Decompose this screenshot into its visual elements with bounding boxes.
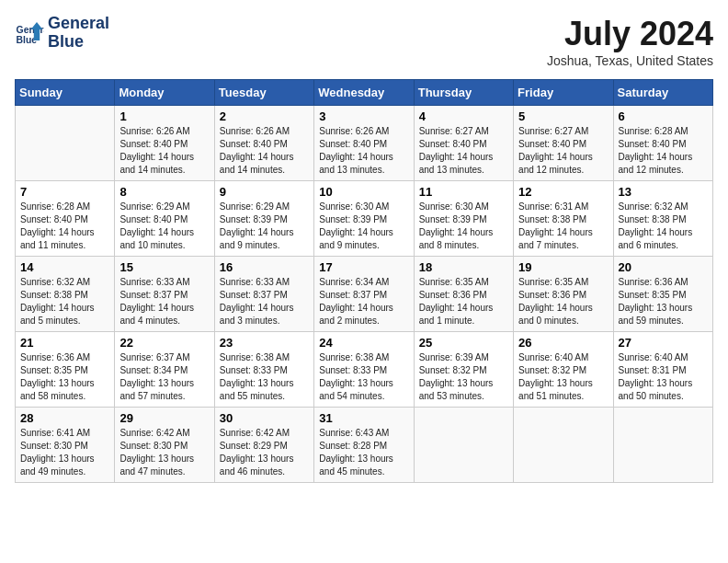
day-info: Sunrise: 6:36 AM Sunset: 8:35 PM Dayligh… [20,351,109,403]
day-info: Sunrise: 6:27 AM Sunset: 8:40 PM Dayligh… [419,125,508,177]
day-info: Sunrise: 6:35 AM Sunset: 8:36 PM Dayligh… [518,276,608,327]
day-number: 1 [119,109,209,123]
day-number: 17 [319,260,408,274]
day-info: Sunrise: 6:37 AM Sunset: 8:34 PM Dayligh… [119,351,209,403]
day-info: Sunrise: 6:28 AM Sunset: 8:40 PM Dayligh… [619,125,708,177]
day-number: 11 [419,185,508,199]
calendar-cell: 20Sunrise: 6:36 AM Sunset: 8:35 PM Dayli… [613,257,712,332]
calendar-cell: 9Sunrise: 6:29 AM Sunset: 8:39 PM Daylig… [214,181,313,257]
day-info: Sunrise: 6:36 AM Sunset: 8:35 PM Dayligh… [619,276,708,327]
logo-icon: General Blue [15,18,44,48]
day-number: 23 [220,336,309,350]
logo: General Blue General Blue [15,15,109,52]
day-number: 8 [119,185,209,199]
header-tuesday: Tuesday [214,80,313,106]
day-info: Sunrise: 6:31 AM Sunset: 8:38 PM Dayligh… [518,201,608,252]
calendar-cell: 8Sunrise: 6:29 AM Sunset: 8:40 PM Daylig… [115,181,214,257]
calendar-cell: 18Sunrise: 6:35 AM Sunset: 8:36 PM Dayli… [414,257,513,332]
day-number: 25 [419,336,508,350]
location-text: Joshua, Texas, United States [547,53,713,68]
calendar-cell: 19Sunrise: 6:35 AM Sunset: 8:36 PM Dayli… [514,257,613,332]
calendar-cell [613,408,712,483]
calendar-cell: 22Sunrise: 6:37 AM Sunset: 8:34 PM Dayli… [115,332,214,408]
day-number: 13 [619,185,708,199]
calendar-cell [16,106,115,181]
calendar-cell: 13Sunrise: 6:32 AM Sunset: 8:38 PM Dayli… [613,181,712,257]
day-number: 20 [619,260,708,274]
day-info: Sunrise: 6:32 AM Sunset: 8:38 PM Dayligh… [20,276,109,327]
calendar-cell [514,408,613,483]
day-info: Sunrise: 6:39 AM Sunset: 8:32 PM Dayligh… [419,351,508,403]
day-number: 14 [20,260,109,274]
day-number: 10 [319,185,408,199]
day-number: 27 [619,336,708,350]
day-number: 3 [319,109,408,123]
day-info: Sunrise: 6:33 AM Sunset: 8:37 PM Dayligh… [119,276,209,327]
title-area: July 2024 Joshua, Texas, United States [547,15,713,68]
day-number: 29 [119,411,209,425]
day-number: 6 [619,109,708,123]
header-wednesday: Wednesday [314,80,414,106]
day-number: 2 [220,109,309,123]
calendar-cell: 10Sunrise: 6:30 AM Sunset: 8:39 PM Dayli… [314,181,414,257]
logo-text-line1: General [48,15,109,33]
day-info: Sunrise: 6:29 AM Sunset: 8:40 PM Dayligh… [119,201,209,252]
page-header: General Blue General Blue July 2024 Josh… [15,15,713,68]
day-number: 12 [518,185,608,199]
calendar-cell: 11Sunrise: 6:30 AM Sunset: 8:39 PM Dayli… [414,181,513,257]
calendar-cell: 28Sunrise: 6:41 AM Sunset: 8:30 PM Dayli… [16,408,115,483]
day-number: 21 [20,336,109,350]
calendar-cell: 14Sunrise: 6:32 AM Sunset: 8:38 PM Dayli… [16,257,115,332]
calendar-cell: 5Sunrise: 6:27 AM Sunset: 8:40 PM Daylig… [514,106,613,181]
header-monday: Monday [115,80,214,106]
day-number: 5 [518,109,608,123]
calendar-week-row: 14Sunrise: 6:32 AM Sunset: 8:38 PM Dayli… [16,257,713,332]
day-number: 24 [319,336,408,350]
calendar-week-row: 1Sunrise: 6:26 AM Sunset: 8:40 PM Daylig… [16,106,713,181]
month-title: July 2024 [547,15,713,53]
day-info: Sunrise: 6:42 AM Sunset: 8:30 PM Dayligh… [119,427,209,478]
day-info: Sunrise: 6:26 AM Sunset: 8:40 PM Dayligh… [119,125,209,177]
calendar-cell: 29Sunrise: 6:42 AM Sunset: 8:30 PM Dayli… [115,408,214,483]
calendar-cell: 27Sunrise: 6:40 AM Sunset: 8:31 PM Dayli… [613,332,712,408]
calendar-week-row: 28Sunrise: 6:41 AM Sunset: 8:30 PM Dayli… [16,408,713,483]
day-info: Sunrise: 6:33 AM Sunset: 8:37 PM Dayligh… [220,276,309,327]
calendar-header: Sunday Monday Tuesday Wednesday Thursday… [16,80,713,106]
day-info: Sunrise: 6:42 AM Sunset: 8:29 PM Dayligh… [220,427,309,478]
day-number: 31 [319,411,408,425]
calendar-cell: 21Sunrise: 6:36 AM Sunset: 8:35 PM Dayli… [16,332,115,408]
day-info: Sunrise: 6:30 AM Sunset: 8:39 PM Dayligh… [319,201,408,252]
calendar-week-row: 7Sunrise: 6:28 AM Sunset: 8:40 PM Daylig… [16,181,713,257]
weekday-header-row: Sunday Monday Tuesday Wednesday Thursday… [16,80,713,106]
calendar-cell: 25Sunrise: 6:39 AM Sunset: 8:32 PM Dayli… [414,332,513,408]
day-info: Sunrise: 6:32 AM Sunset: 8:38 PM Dayligh… [619,201,708,252]
day-info: Sunrise: 6:40 AM Sunset: 8:32 PM Dayligh… [518,351,608,403]
header-thursday: Thursday [414,80,513,106]
calendar-cell: 31Sunrise: 6:43 AM Sunset: 8:28 PM Dayli… [314,408,414,483]
logo-text-line2: Blue [48,33,109,52]
day-info: Sunrise: 6:35 AM Sunset: 8:36 PM Dayligh… [419,276,508,327]
day-number: 26 [518,336,608,350]
calendar-cell: 3Sunrise: 6:26 AM Sunset: 8:40 PM Daylig… [314,106,414,181]
day-number: 4 [419,109,508,123]
calendar-cell: 23Sunrise: 6:38 AM Sunset: 8:33 PM Dayli… [214,332,313,408]
calendar-cell: 2Sunrise: 6:26 AM Sunset: 8:40 PM Daylig… [214,106,313,181]
day-number: 16 [220,260,309,274]
calendar-cell: 17Sunrise: 6:34 AM Sunset: 8:37 PM Dayli… [314,257,414,332]
calendar-table: Sunday Monday Tuesday Wednesday Thursday… [15,79,713,483]
day-number: 22 [119,336,209,350]
calendar-cell: 16Sunrise: 6:33 AM Sunset: 8:37 PM Dayli… [214,257,313,332]
day-number: 15 [119,260,209,274]
calendar-cell: 12Sunrise: 6:31 AM Sunset: 8:38 PM Dayli… [514,181,613,257]
day-info: Sunrise: 6:43 AM Sunset: 8:28 PM Dayligh… [319,427,408,478]
day-info: Sunrise: 6:41 AM Sunset: 8:30 PM Dayligh… [20,427,109,478]
calendar-cell: 7Sunrise: 6:28 AM Sunset: 8:40 PM Daylig… [16,181,115,257]
day-number: 30 [220,411,309,425]
day-number: 7 [20,185,109,199]
calendar-body: 1Sunrise: 6:26 AM Sunset: 8:40 PM Daylig… [16,106,713,483]
day-info: Sunrise: 6:38 AM Sunset: 8:33 PM Dayligh… [220,351,309,403]
day-info: Sunrise: 6:30 AM Sunset: 8:39 PM Dayligh… [419,201,508,252]
day-info: Sunrise: 6:38 AM Sunset: 8:33 PM Dayligh… [319,351,408,403]
calendar-cell [414,408,513,483]
calendar-cell: 1Sunrise: 6:26 AM Sunset: 8:40 PM Daylig… [115,106,214,181]
